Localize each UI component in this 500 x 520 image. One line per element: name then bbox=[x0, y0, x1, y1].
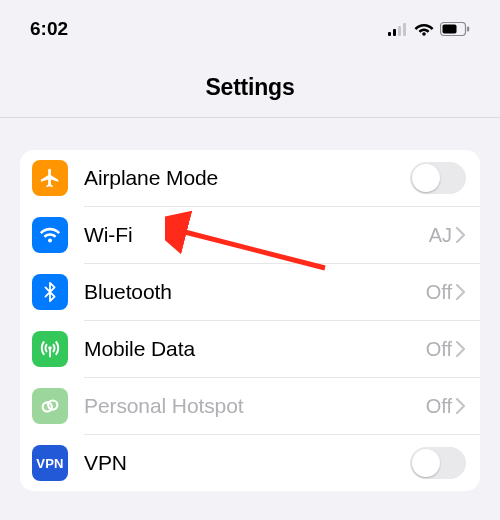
status-time: 6:02 bbox=[30, 18, 68, 40]
antenna-icon bbox=[32, 331, 68, 367]
page-header: Settings bbox=[0, 46, 500, 118]
row-label: Personal Hotspot bbox=[84, 394, 426, 418]
status-indicators bbox=[388, 22, 470, 36]
cellular-icon bbox=[388, 23, 408, 36]
row-mobile-data[interactable]: Mobile Data Off bbox=[20, 321, 480, 377]
airplane-icon bbox=[32, 160, 68, 196]
svg-rect-1 bbox=[393, 29, 396, 36]
row-value: Off bbox=[426, 395, 452, 418]
hotspot-icon bbox=[32, 388, 68, 424]
svg-point-4 bbox=[422, 32, 426, 36]
svg-rect-10 bbox=[49, 349, 51, 357]
row-personal-hotspot[interactable]: Personal Hotspot Off bbox=[20, 378, 480, 434]
settings-list: Airplane Mode Wi-Fi AJ Bluetooth Off bbox=[20, 150, 480, 491]
battery-icon bbox=[440, 22, 470, 36]
wifi-status-icon bbox=[414, 22, 434, 36]
row-airplane-mode[interactable]: Airplane Mode bbox=[20, 150, 480, 206]
row-label: Airplane Mode bbox=[84, 166, 410, 190]
chevron-right-icon bbox=[456, 398, 466, 414]
row-label: Bluetooth bbox=[84, 280, 426, 304]
row-label: VPN bbox=[84, 451, 410, 475]
svg-rect-7 bbox=[467, 27, 469, 32]
row-bluetooth[interactable]: Bluetooth Off bbox=[20, 264, 480, 320]
svg-rect-0 bbox=[388, 32, 391, 36]
vpn-toggle[interactable] bbox=[410, 447, 466, 479]
svg-rect-3 bbox=[403, 23, 406, 36]
chevron-right-icon bbox=[456, 284, 466, 300]
svg-point-8 bbox=[48, 238, 52, 242]
airplane-toggle[interactable] bbox=[410, 162, 466, 194]
bluetooth-icon bbox=[32, 274, 68, 310]
svg-rect-2 bbox=[398, 26, 401, 36]
row-label: Mobile Data bbox=[84, 337, 426, 361]
row-value: Off bbox=[426, 281, 452, 304]
row-value: Off bbox=[426, 338, 452, 361]
chevron-right-icon bbox=[456, 227, 466, 243]
chevron-right-icon bbox=[456, 341, 466, 357]
page-title: Settings bbox=[0, 74, 500, 101]
status-bar: 6:02 bbox=[0, 0, 500, 46]
row-value: AJ bbox=[429, 224, 452, 247]
vpn-icon: VPN bbox=[32, 445, 68, 481]
row-label: Wi-Fi bbox=[84, 223, 429, 247]
wifi-icon bbox=[32, 217, 68, 253]
row-vpn[interactable]: VPN VPN bbox=[20, 435, 480, 491]
row-wifi[interactable]: Wi-Fi AJ bbox=[20, 207, 480, 263]
svg-rect-6 bbox=[443, 25, 457, 34]
